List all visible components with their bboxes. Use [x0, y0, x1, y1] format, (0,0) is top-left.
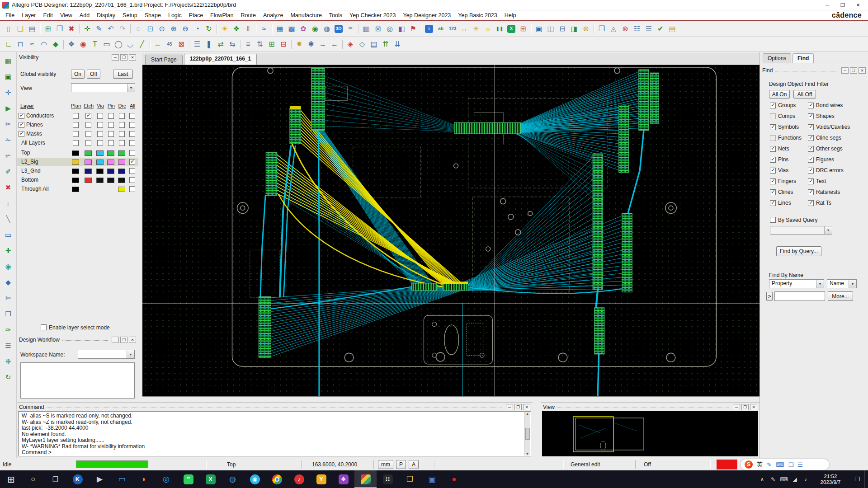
vis-top-etch-swatch[interactable] — [85, 150, 92, 156]
find-expand-button[interactable]: > — [766, 292, 773, 301]
layer-stack-icon[interactable]: ≡ — [242, 38, 254, 50]
scroll-down-icon[interactable]: ▼ — [526, 452, 529, 455]
vis-conductors-drc-checkbox[interactable] — [119, 113, 125, 119]
vis-bottom-all-checkbox[interactable] — [129, 177, 135, 183]
slide-icon[interactable]: ⊓ — [14, 38, 26, 50]
cut-tool-icon[interactable]: ✄ — [3, 293, 14, 304]
search-button[interactable]: ○ — [22, 470, 44, 488]
export-excel-icon[interactable]: X — [505, 23, 517, 35]
app-k[interactable]: K — [66, 470, 89, 488]
command-panel-close-button[interactable]: ✕ — [523, 404, 530, 410]
vis-planes-drc-checkbox[interactable] — [119, 122, 125, 128]
delete-tool-icon[interactable]: ✖ — [3, 182, 14, 193]
drc-check-icon[interactable]: ⊠ — [175, 38, 187, 50]
menu-route[interactable]: Route — [237, 11, 259, 19]
scroll-up-icon[interactable]: ▲ — [526, 412, 529, 415]
workflow-listbox[interactable] — [20, 362, 135, 399]
app-tool[interactable]: ❖ — [332, 470, 354, 488]
menu-flowplan[interactable]: FlowPlan — [207, 11, 237, 19]
zoom-points-icon[interactable]: ⊡ — [144, 23, 156, 35]
numbers-icon[interactable]: 123 — [447, 23, 458, 35]
line-tool-icon[interactable]: ╲ — [3, 214, 14, 225]
vis-layer-top[interactable]: Top — [17, 149, 138, 157]
copy-icon[interactable]: ❐ — [54, 23, 66, 35]
vis-conductors-etch-checkbox[interactable] — [85, 113, 91, 119]
more-button[interactable]: More... — [828, 291, 853, 301]
module3-icon[interactable]: ⊟ — [557, 23, 568, 35]
close-button[interactable]: ✕ — [850, 0, 866, 10]
shell-icon[interactable]: ◉ — [309, 23, 321, 35]
dropdown-arrow-icon[interactable]: ▼ — [849, 280, 856, 288]
columns-icon[interactable]: ❚❚ — [494, 23, 505, 35]
dropdown-arrow-icon[interactable]: ▼ — [816, 280, 824, 288]
dimension-icon[interactable]: ↔ — [152, 38, 164, 50]
save-icon[interactable]: ▤ — [26, 23, 38, 35]
vis-through-all-all-checkbox[interactable] — [129, 186, 135, 192]
check-icon[interactable]: ✔ — [655, 23, 666, 35]
vis-all-layers-via-checkbox[interactable] — [97, 140, 103, 146]
vis-layer-through-all[interactable]: Through All — [17, 185, 138, 193]
brush-tool-icon[interactable]: ✐ — [3, 166, 14, 177]
redo-icon[interactable]: ↷ — [117, 23, 128, 35]
vis-planes-all-checkbox[interactable] — [129, 122, 135, 128]
find-symbols-checkbox[interactable] — [770, 124, 776, 130]
select-icon[interactable]: ◌ — [132, 23, 144, 35]
add-shape-tool-icon[interactable]: ✚ — [3, 245, 14, 256]
vis-l3-gnd-all-checkbox[interactable] — [129, 168, 135, 174]
menu-help[interactable]: Help — [501, 11, 520, 19]
app-yy[interactable]: Y — [310, 470, 332, 488]
tab-find[interactable]: Find — [793, 53, 814, 63]
units-button[interactable]: mm — [378, 460, 393, 469]
vis-masks-via-checkbox[interactable] — [97, 131, 103, 137]
vis-l2-sig-all-checkbox[interactable] — [129, 159, 135, 165]
vis-top-all-checkbox[interactable] — [129, 150, 135, 156]
rectangle-icon[interactable]: ▭ — [101, 38, 113, 50]
knife-tool-icon[interactable]: ✃ — [3, 150, 14, 161]
panel1-icon[interactable]: ❒ — [596, 23, 608, 35]
align-horizontal-icon[interactable]: ☰ — [191, 38, 203, 50]
vis-all-layers-all-checkbox[interactable] — [129, 140, 135, 146]
vis-l2-sig-plan-swatch[interactable] — [72, 160, 79, 165]
view-panel-float-button[interactable]: ❐ — [741, 404, 749, 410]
tray-network-icon[interactable]: ◢ — [789, 470, 800, 488]
unassign-net-icon[interactable]: ← — [329, 38, 340, 50]
angle-45-icon[interactable]: 45 — [164, 38, 175, 50]
net-color-icon[interactable]: ✹ — [293, 38, 305, 50]
app-firefox[interactable]: ◗ — [133, 470, 155, 488]
find-rat-ts-checkbox[interactable] — [808, 200, 814, 206]
vis-through-all-drc-swatch[interactable] — [118, 187, 125, 192]
app-music[interactable]: ♪ — [288, 470, 310, 488]
mirror-icon[interactable]: ⇆ — [226, 38, 238, 50]
vis-l2-sig-etch-swatch[interactable] — [85, 160, 92, 165]
pin-icon[interactable]: ◉ — [77, 38, 89, 50]
find-cline-segs-checkbox[interactable] — [808, 135, 814, 141]
measure-tool-icon[interactable]: ↕ — [3, 198, 14, 209]
view-panel-minimize-button[interactable]: ─ — [733, 404, 740, 410]
find-shapes-checkbox[interactable] — [808, 113, 814, 119]
zoom-previous-icon[interactable]: ◔ — [191, 23, 203, 35]
spray-tool-icon[interactable]: ❉ — [3, 356, 14, 367]
group-icon[interactable]: ⊞ — [266, 38, 278, 50]
workspace-dropdown[interactable]: ▼ — [78, 350, 135, 359]
shapes-icon[interactable]: ◧ — [396, 23, 407, 35]
vis-layer-l3-gnd[interactable]: L3_Gnd — [17, 167, 138, 175]
vis-all-layers-drc-checkbox[interactable] — [119, 140, 125, 146]
tab-start-page[interactable]: Start Page — [145, 55, 183, 65]
trim-tool-icon[interactable]: ✁ — [3, 135, 14, 145]
vis-masks-all-checkbox[interactable] — [129, 131, 135, 137]
grid-tool-icon[interactable]: ▣ — [3, 71, 14, 82]
application-mode-button[interactable]: A — [409, 460, 419, 469]
pin-tool-icon[interactable]: ◉ — [3, 261, 14, 272]
vis-l3-gnd-pin-swatch[interactable] — [107, 169, 114, 174]
drc-off-icon[interactable]: ◇ — [356, 38, 368, 50]
grid-snap-icon[interactable]: ▩ — [286, 23, 297, 35]
find-lines-checkbox[interactable] — [770, 200, 776, 206]
menu-logic[interactable]: Logic — [165, 11, 185, 19]
find-name-dropdown[interactable]: Name ▼ — [827, 279, 857, 288]
sun-on-icon[interactable]: ☀ — [470, 23, 482, 35]
global-on-button[interactable]: On — [71, 70, 85, 79]
ime-language-indicator[interactable]: 英 — [757, 460, 763, 469]
menu-display[interactable]: Display — [93, 11, 119, 19]
tray-expand-icon[interactable]: ∧ — [757, 470, 768, 488]
select-tool-icon[interactable]: ◆ — [3, 277, 14, 288]
